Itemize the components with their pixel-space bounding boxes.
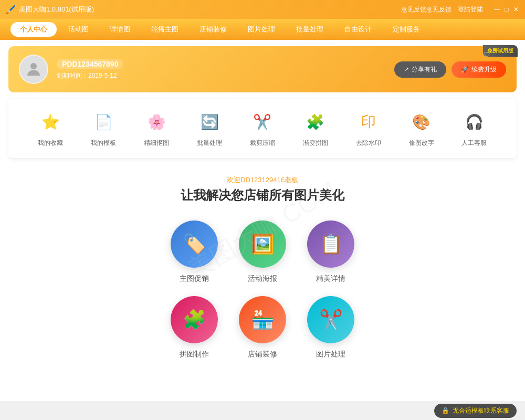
feature-circle-拼图制作: 🧩: [171, 296, 218, 343]
feature-card-活动海报[interactable]: 🖼️活动海报: [239, 220, 286, 284]
feature-circle-活动海报: 🖼️: [239, 220, 286, 268]
quick-label-精细抠图: 精细抠图: [144, 139, 169, 148]
quick-label-裁剪压缩: 裁剪压缩: [250, 139, 275, 148]
quick-item-我的收藏[interactable]: ⭐我的收藏: [38, 109, 63, 148]
nav-item-个人中心[interactable]: 个人中心: [10, 22, 57, 37]
quick-icon-我的模板: 📄: [91, 109, 116, 134]
app-title: 美图大咖1.0.801(试用版): [19, 5, 401, 14]
quick-icon-去除水印: 印: [356, 109, 381, 134]
nav-item-活动图[interactable]: 活动图: [59, 22, 98, 37]
feature-label-图片处理: 图片处理: [316, 350, 345, 359]
feature-label-活动海报: 活动海报: [248, 274, 277, 284]
feature-label-拼图制作: 拼图制作: [180, 350, 209, 359]
quick-icon-修图改字: 🎨: [409, 109, 434, 134]
feature-circle-主图促销: 🏷️: [171, 220, 218, 268]
user-actions: ↗ 分享有礼 🚀 续费升级: [394, 61, 506, 78]
nav-item-轮播主图[interactable]: 轮播主图: [142, 22, 188, 37]
quick-label-人工客服: 人工客服: [461, 139, 487, 148]
feature-label-精美详情: 精美详情: [316, 274, 345, 284]
quick-item-人工客服[interactable]: 🎧人工客服: [461, 109, 487, 148]
window-controls: — □ ✕: [494, 6, 520, 13]
avatar-icon: [24, 60, 43, 79]
quick-label-修图改字: 修图改字: [409, 139, 434, 148]
user-info: PDD1234567890 到期时间：2019-5-12: [57, 59, 386, 80]
feature-cards-row1: 🏷️主图促销🖼️活动海报📋精美详情: [171, 220, 354, 284]
quick-icon-裁剪压缩: ✂️: [250, 109, 275, 134]
user-expire: 到期时间：2019-5-12: [57, 71, 386, 80]
app-icon: 🖌️: [5, 5, 16, 15]
minimize-btn[interactable]: —: [494, 6, 501, 13]
quick-label-我的模板: 我的模板: [91, 139, 116, 148]
login-btn[interactable]: 登陆登陆: [458, 5, 483, 14]
nav-item-图片处理[interactable]: 图片处理: [238, 22, 285, 37]
quick-label-批量处理: 批量处理: [197, 139, 222, 148]
user-avatar: [19, 55, 48, 84]
nav-item-详情图[interactable]: 详情图: [100, 22, 140, 37]
feature-circle-精美详情: 📋: [307, 220, 354, 268]
quick-access: ⭐我的收藏📄我的模板🌸精细抠图🔄批量处理✂️裁剪压缩🧩渐变拼图印去除水印🎨修图改…: [8, 99, 517, 159]
nav-item-定制服务[interactable]: 定制服务: [383, 22, 429, 37]
main-content: PDD1234567890 到期时间：2019-5-12 ↗ 分享有礼 🚀 续费…: [0, 40, 525, 420]
nav-item-自由设计[interactable]: 自由设计: [335, 22, 381, 37]
quick-item-修图改字[interactable]: 🎨修图改字: [409, 109, 434, 148]
lock-icon: 🔒: [442, 407, 449, 414]
share-icon: ↗: [404, 66, 409, 73]
welcome-main: 让我解决您店铺所有图片美化: [0, 187, 525, 204]
quick-item-批量处理[interactable]: 🔄批量处理: [197, 109, 222, 148]
bottom-bar: 🔒 无合适模板联系客服: [0, 401, 525, 420]
feature-label-主图促销: 主图促销: [180, 274, 209, 284]
quick-item-渐变拼图[interactable]: 🧩渐变拼图: [303, 109, 328, 148]
feature-card-精美详情[interactable]: 📋精美详情: [307, 220, 354, 284]
user-id: PDD1234567890: [57, 59, 123, 69]
feature-cards-row2: 🧩拼图制作🏪店铺装修✂️图片处理: [171, 296, 354, 359]
feature-circle-店铺装修: 🏪: [239, 296, 286, 343]
quick-icon-我的收藏: ⭐: [38, 109, 63, 134]
nav-item-批量处理[interactable]: 批量处理: [287, 22, 333, 37]
nav-item-店铺装修[interactable]: 店铺装修: [190, 22, 236, 37]
quick-item-我的模板[interactable]: 📄我的模板: [91, 109, 116, 148]
user-profile: PDD1234567890 到期时间：2019-5-12 ↗ 分享有礼 🚀 续费…: [8, 46, 517, 92]
quick-icon-精细抠图: 🌸: [144, 109, 169, 134]
quick-item-裁剪压缩[interactable]: ✂️裁剪压缩: [250, 109, 275, 148]
feature-card-图片处理[interactable]: ✂️图片处理: [307, 296, 354, 359]
welcome-section: 欢迎DD12312941£老板 让我解决您店铺所有图片美化: [0, 163, 525, 220]
welcome-subtitle: 欢迎DD12312941£老板: [0, 175, 525, 185]
quick-icon-人工客服: 🎧: [461, 109, 487, 134]
feature-card-拼图制作[interactable]: 🧩拼图制作: [171, 296, 218, 359]
quick-item-去除水印[interactable]: 印去除水印: [356, 109, 381, 148]
feature-circle-图片处理: ✂️: [307, 296, 354, 343]
close-btn[interactable]: ✕: [512, 6, 520, 13]
quick-icon-批量处理: 🔄: [197, 109, 222, 134]
share-button[interactable]: ↗ 分享有礼: [394, 61, 446, 78]
quick-label-我的收藏: 我的收藏: [38, 139, 63, 148]
quick-icon-渐变拼图: 🧩: [303, 109, 328, 134]
customer-service-tip[interactable]: 🔒 无合适模板联系客服: [434, 404, 517, 418]
feature-card-主图促销[interactable]: 🏷️主图促销: [171, 220, 218, 284]
feature-card-店铺装修[interactable]: 🏪店铺装修: [239, 296, 286, 359]
feedback-btn[interactable]: 意见反馈意见反馈: [401, 5, 452, 14]
title-right-actions: 意见反馈意见反馈 登陆登陆 — □ ✕: [401, 5, 520, 14]
quick-item-精细抠图[interactable]: 🌸精细抠图: [144, 109, 169, 148]
title-bar: 🖌️ 美图大咖1.0.801(试用版) 意见反馈意见反馈 登陆登陆 — □ ✕: [0, 0, 525, 19]
upgrade-button[interactable]: 🚀 续费升级: [452, 61, 506, 78]
quick-label-渐变拼图: 渐变拼图: [303, 139, 328, 148]
heart-icon: ♡: [484, 50, 490, 59]
nav-bar: 个人中心活动图详情图轮播主图店铺装修图片处理批量处理自由设计定制服务: [0, 19, 525, 40]
quick-label-去除水印: 去除水印: [356, 139, 381, 148]
feature-label-店铺装修: 店铺装修: [248, 350, 277, 359]
upgrade-icon: 🚀: [461, 66, 469, 73]
feature-cards: 🏷️主图促销🖼️活动海报📋精美详情 🧩拼图制作🏪店铺装修✂️图片处理: [0, 220, 525, 375]
svg-point-0: [30, 63, 37, 69]
maximize-btn[interactable]: □: [503, 6, 510, 13]
